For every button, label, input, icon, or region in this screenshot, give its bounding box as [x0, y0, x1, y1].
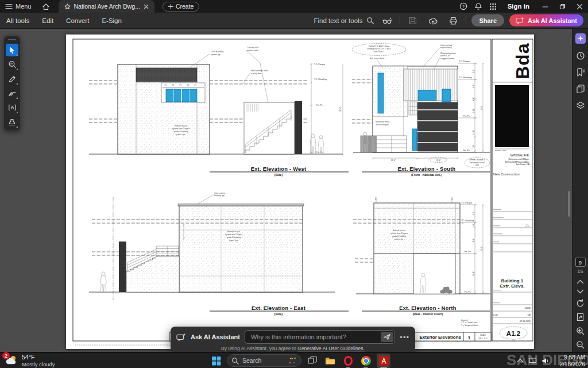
tab-close-icon[interactable]	[144, 4, 149, 9]
svg-text:Fin. Flr.: Fin. Flr.	[465, 251, 471, 253]
search-placeholder: Search	[242, 357, 261, 364]
minimize-button[interactable]	[536, 0, 554, 13]
svg-text:Fin. Flr.: Fin. Flr.	[463, 115, 470, 117]
clock-icon	[576, 51, 585, 60]
svg-text:SCALE: SCALE	[480, 334, 486, 336]
svg-text:36'-4": 36'-4"	[481, 247, 483, 251]
ai-assistant-bar: Ask AI Assistant ••• By using AI Assista…	[171, 327, 415, 352]
cursor-icon	[8, 46, 16, 54]
create-button[interactable]: Create	[163, 2, 200, 12]
svg-text:07.01.2019: 07.01.2019	[520, 320, 531, 323]
svg-text:T.O. Sheathing: T.O. Sheathing	[461, 220, 474, 222]
svg-text:DB: DB	[528, 314, 531, 316]
find-text-button[interactable]: Find text or tools	[314, 17, 374, 25]
upload-cloud-button[interactable]	[425, 14, 440, 27]
svg-text:3'-10": 3'-10"	[473, 109, 475, 113]
tray-chevron-up-icon[interactable]	[517, 358, 524, 363]
svg-text:11'-0": 11'-0"	[473, 130, 475, 135]
stamp-tool[interactable]	[6, 116, 18, 128]
ai-disclaimer: By using AI Assistant, you agree to Gene…	[176, 346, 409, 351]
svg-text:fence and gate: fence and gate	[376, 124, 389, 126]
current-page-box[interactable]: 9	[575, 258, 586, 267]
history-panel-button[interactable]	[576, 51, 585, 60]
palette-drag-handle[interactable]	[8, 39, 16, 40]
ai-summary-button[interactable]	[380, 14, 394, 27]
weather-widget[interactable]: 2 54°F Mostly cloudy	[5, 354, 55, 367]
help-button[interactable]: ?	[456, 0, 471, 13]
bookmarks-panel-button[interactable]	[576, 68, 585, 77]
chrome-browser-button[interactable]	[359, 354, 373, 368]
fit-page-button[interactable]	[576, 313, 585, 321]
search-icon	[231, 357, 239, 365]
print-button[interactable]	[446, 14, 461, 27]
vertical-scrollbar-thumb[interactable]	[568, 191, 570, 217]
menu-convert[interactable]: Convert	[60, 17, 95, 24]
start-button[interactable]	[209, 354, 223, 368]
svg-text:LOD: LOD	[493, 314, 498, 316]
restore-button[interactable]	[554, 0, 571, 13]
page-thumbnails-button[interactable]	[576, 85, 585, 94]
elevation-west-drawing: T.O. Parapet T.O. Sheathing Fin. Flr. Fi…	[89, 47, 349, 177]
menu-all-tools[interactable]: All tools	[0, 17, 36, 24]
svg-text:T.O. Sheathing: T.O. Sheathing	[459, 76, 472, 79]
svg-text:Ext. Elevation - North: Ext. Elevation - North	[399, 305, 457, 311]
file-explorer-button[interactable]	[323, 354, 337, 368]
close-button[interactable]	[571, 0, 588, 13]
next-page-button[interactable]	[577, 289, 584, 294]
zoom-tool[interactable]	[6, 58, 18, 71]
sign-in-button[interactable]: Sign in	[508, 3, 529, 10]
apps-grid-icon	[489, 3, 497, 10]
app-titlebar: Menu National Ave Arch Dwg... Create ? S…	[0, 0, 588, 13]
ai-more-options-button[interactable]: •••	[400, 333, 409, 342]
task-view-button[interactable]	[305, 354, 319, 368]
system-tray	[517, 352, 550, 368]
plus-icon	[168, 4, 173, 9]
previous-page-button[interactable]	[577, 279, 584, 284]
share-button[interactable]: Share	[471, 14, 504, 26]
opera-browser-button[interactable]	[341, 354, 355, 368]
find-text-label: Find text or tools	[314, 17, 362, 24]
notifications-button[interactable]	[471, 0, 486, 13]
zoom-in-button[interactable]	[576, 327, 585, 335]
svg-text:36'-4": 36'-4"	[339, 107, 342, 112]
svg-text:(vertical, w/: (vertical, w/	[440, 55, 450, 57]
svg-text:T.O. Parapet: T.O. Parapet	[314, 63, 325, 66]
time-label: 9:58 AM	[560, 354, 586, 361]
zoom-out-button[interactable]	[576, 340, 585, 349]
close-icon	[577, 3, 583, 10]
document-tab[interactable]: National Ave Arch Dwg...	[59, 0, 154, 13]
svg-text:Fin. Flr.: Fin. Flr.	[463, 150, 470, 152]
svg-text:Building 1: Building 1	[501, 278, 524, 283]
taskbar-clock[interactable]: 9:58 AM 2/16/2026	[560, 354, 586, 368]
ai-guidelines-link[interactable]: Generative AI User Guidelines.	[297, 346, 365, 351]
layers-panel-button[interactable]	[576, 101, 585, 110]
save-button[interactable]	[405, 14, 420, 27]
volume-icon[interactable]	[541, 357, 550, 365]
draw-tool[interactable]	[6, 72, 18, 85]
menu-button[interactable]: Menu	[0, 0, 37, 13]
select-tool[interactable]	[6, 44, 18, 56]
svg-text:T = Tempered Glass: T = Tempered Glass	[461, 324, 478, 327]
home-button[interactable]	[37, 0, 55, 13]
svg-text:8'-0": 8'-0"	[473, 239, 475, 242]
sign-tool[interactable]	[6, 87, 18, 99]
svg-text:paper, typ.: paper, typ.	[394, 238, 403, 240]
pages-icon	[576, 85, 585, 94]
ai-question-input[interactable]	[245, 330, 395, 344]
taskbar-search[interactable]: Search	[227, 354, 301, 367]
svg-text:flashing, typ.: flashing, typ.	[214, 194, 225, 197]
rotate-page-button[interactable]	[576, 299, 585, 308]
add-text-icon: A	[8, 103, 17, 112]
svg-text:Commercial Bldgs.: Commercial Bldgs.	[508, 158, 529, 160]
menu-esign[interactable]: E-Sign	[95, 17, 128, 24]
network-icon[interactable]	[528, 357, 537, 365]
add-text-tool[interactable]: A	[6, 101, 18, 114]
titleblock-border	[492, 39, 533, 341]
ai-send-button[interactable]	[381, 332, 393, 342]
document-page[interactable]: T.O. Parapet T.O. Sheathing Fin. Flr. Fi…	[66, 34, 534, 349]
ai-assistant-panel-button[interactable]	[575, 33, 586, 44]
apps-grid-button[interactable]	[486, 0, 501, 13]
ask-ai-assistant-button[interactable]: Ask AI Assistant	[509, 14, 583, 26]
acrobat-app-button[interactable]	[377, 354, 390, 368]
menu-edit[interactable]: Edit	[36, 17, 60, 24]
